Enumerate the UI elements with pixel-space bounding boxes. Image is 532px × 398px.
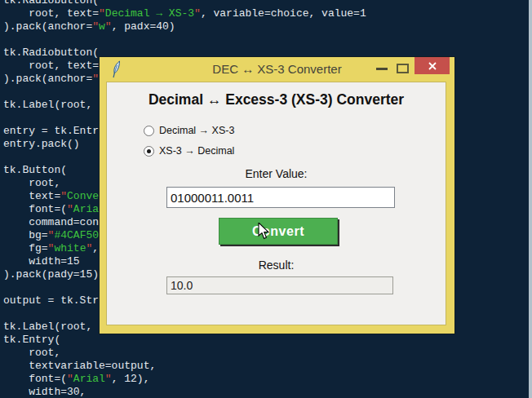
result-label: Result: [107, 259, 446, 272]
enter-value-label: Enter Value: [107, 167, 446, 180]
editor-scrollbar[interactable] [529, 0, 532, 398]
radio-xs3-to-decimal[interactable]: XS-3 → Decimal [144, 145, 234, 157]
radio-circle-icon[interactable] [144, 126, 154, 136]
code-line [3, 33, 525, 46]
close-x-icon [428, 62, 437, 70]
convert-button[interactable]: Convert [219, 218, 338, 245]
radio-decimal-to-xs3[interactable]: Decimal → XS-3 [144, 125, 234, 136]
code-line: width=30, [3, 386, 525, 398]
minimize-button[interactable] [376, 68, 388, 70]
close-button[interactable] [415, 57, 450, 74]
code-line: tk.Radiobutton( [3, 0, 525, 7]
converter-window: DEC ↔ XS-3 Converter Decimal ↔ Excess-3 … [100, 57, 454, 334]
radio-label[interactable]: Decimal → XS-3 [159, 125, 234, 136]
converter-heading: Decimal ↔ Excess-3 (XS-3) Converter [107, 91, 446, 108]
window-titlebar[interactable]: DEC ↔ XS-3 Converter [100, 57, 454, 82]
radio-circle-icon[interactable] [144, 146, 154, 157]
result-field[interactable]: 10.0 [166, 276, 393, 294]
value-input[interactable] [166, 187, 395, 208]
code-line: ).pack(anchor="w", padx=40) [3, 20, 525, 33]
code-line: root, text="Decimal → XS-3", variable=ch… [3, 7, 525, 20]
radio-label[interactable]: XS-3 → Decimal [159, 145, 234, 157]
code-line: textvariable=output, [3, 360, 525, 373]
maximize-button[interactable] [397, 64, 409, 73]
code-line: font=("Arial", 12), [3, 373, 525, 386]
code-line: tk.Entry( [3, 334, 525, 347]
mouse-cursor-icon [258, 223, 270, 240]
window-content: Decimal ↔ Excess-3 (XS-3) Converter Deci… [106, 82, 446, 325]
code-line: root, [3, 347, 525, 360]
